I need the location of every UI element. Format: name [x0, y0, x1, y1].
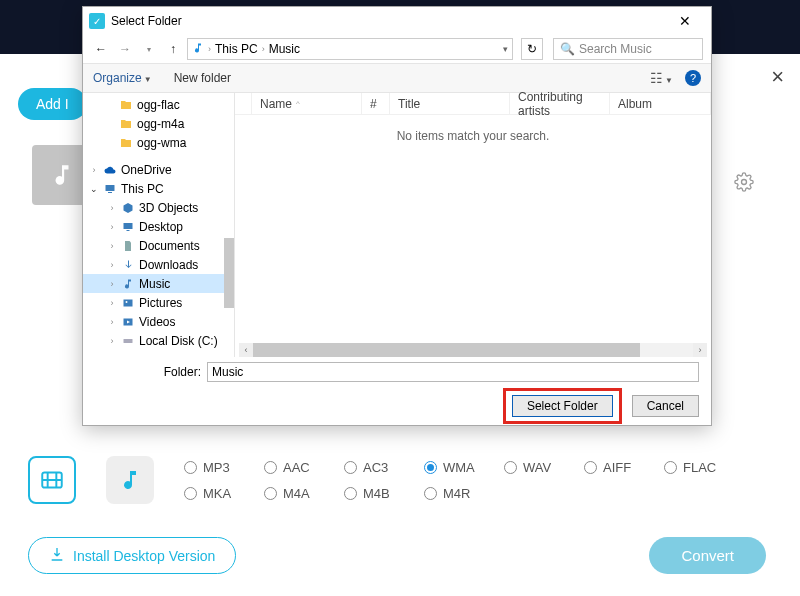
breadcrumb-root[interactable]: This PC	[215, 42, 258, 56]
folder-label: Folder:	[95, 365, 201, 379]
download-icon	[49, 546, 65, 565]
video-icon[interactable]	[28, 456, 76, 504]
format-mka[interactable]: MKA	[184, 486, 264, 501]
view-icon[interactable]: ☷▼	[650, 70, 673, 86]
radio-icon	[184, 487, 197, 500]
app-icon: ✓	[89, 13, 105, 29]
dialog-title: Select Folder	[111, 14, 665, 28]
cancel-button[interactable]: Cancel	[632, 395, 699, 417]
svg-rect-2	[108, 192, 112, 193]
gear-icon[interactable]	[734, 172, 754, 196]
tree-item-this-pc[interactable]: ⌄This PC	[83, 179, 234, 198]
folder-input[interactable]	[207, 362, 699, 382]
docs-icon	[121, 240, 135, 252]
folder-tree: ogg-flacogg-m4aogg-wma›OneDrive⌄This PC›…	[83, 93, 235, 357]
down-icon	[121, 259, 135, 271]
install-desktop-button[interactable]: Install Desktop Version	[28, 537, 236, 574]
file-list: Name^ # Title Contributing artists Album…	[235, 93, 711, 357]
highlight-box: Select Folder	[503, 388, 622, 424]
svg-rect-5	[124, 299, 133, 306]
tree-item-documents[interactable]: ›Documents	[83, 236, 234, 255]
radio-icon	[424, 461, 437, 474]
tree-item-downloads[interactable]: ›Downloads	[83, 255, 234, 274]
svg-rect-8	[124, 339, 133, 343]
add-button[interactable]: Add I	[18, 88, 87, 120]
close-icon[interactable]: ✕	[665, 13, 705, 29]
tree-item-music[interactable]: ›Music	[83, 274, 234, 293]
refresh-icon[interactable]: ↻	[521, 38, 543, 60]
col-name[interactable]: Name^	[252, 93, 362, 114]
col-album[interactable]: Album	[610, 93, 711, 114]
forward-icon[interactable]: →	[115, 39, 135, 59]
breadcrumb-current[interactable]: Music	[269, 42, 300, 56]
format-ac3[interactable]: AC3	[344, 460, 424, 475]
tree-item-desktop[interactable]: ›Desktop	[83, 217, 234, 236]
format-m4a[interactable]: M4A	[264, 486, 344, 501]
format-m4b[interactable]: M4B	[344, 486, 424, 501]
format-flac[interactable]: FLAC	[664, 460, 744, 475]
col-num[interactable]: #	[362, 93, 390, 114]
col-artists[interactable]: Contributing artists	[510, 93, 610, 114]
radio-icon	[504, 461, 517, 474]
radio-icon	[344, 487, 357, 500]
tree-item-ogg-wma[interactable]: ogg-wma	[83, 133, 234, 152]
tree-item-ogg-m4a[interactable]: ogg-m4a	[83, 114, 234, 133]
radio-icon	[584, 461, 597, 474]
back-icon[interactable]: ←	[91, 39, 111, 59]
svg-point-6	[126, 301, 128, 303]
radio-icon	[184, 461, 197, 474]
vids-icon	[121, 316, 135, 328]
convert-button[interactable]: Convert	[649, 537, 766, 574]
desktop-icon	[121, 221, 135, 233]
horizontal-scrollbar[interactable]: ‹›	[239, 343, 707, 357]
tree-item-ogg-flac[interactable]: ogg-flac	[83, 95, 234, 114]
close-icon[interactable]: ×	[771, 64, 784, 90]
new-folder-button[interactable]: New folder	[174, 71, 231, 85]
radio-icon	[664, 461, 677, 474]
radio-icon	[264, 461, 277, 474]
search-input[interactable]: 🔍 Search Music	[553, 38, 703, 60]
music-icon	[121, 278, 135, 290]
format-mp3[interactable]: MP3	[184, 460, 264, 475]
select-folder-button[interactable]: Select Folder	[512, 395, 613, 417]
3d-icon	[121, 202, 135, 214]
format-wav[interactable]: WAV	[504, 460, 584, 475]
radio-icon	[424, 487, 437, 500]
tree-item-pictures[interactable]: ›Pictures	[83, 293, 234, 312]
disk-icon	[121, 335, 135, 347]
empty-message: No items match your search.	[235, 129, 711, 143]
radio-icon	[344, 461, 357, 474]
format-m4r[interactable]: M4R	[424, 486, 504, 501]
tree-item-videos[interactable]: ›Videos	[83, 312, 234, 331]
format-wma[interactable]: WMA	[424, 460, 504, 475]
pics-icon	[121, 297, 135, 309]
tree-item-local-disk-c-[interactable]: ›Local Disk (C:)	[83, 331, 234, 350]
pc-icon	[103, 183, 117, 195]
chevron-down-icon[interactable]: ▾	[139, 39, 159, 59]
folder-icon	[119, 99, 133, 111]
col-title[interactable]: Title	[390, 93, 510, 114]
tree-scrollbar[interactable]	[224, 238, 234, 308]
help-icon[interactable]: ?	[685, 70, 701, 86]
search-icon: 🔍	[560, 42, 575, 56]
music-icon	[192, 42, 204, 57]
up-icon[interactable]: ↑	[163, 39, 183, 59]
folder-icon	[119, 118, 133, 130]
tree-item-3d-objects[interactable]: ›3D Objects	[83, 198, 234, 217]
audio-icon[interactable]	[106, 456, 154, 504]
svg-rect-3	[124, 223, 133, 229]
organize-menu[interactable]: Organize▼	[93, 71, 152, 85]
select-folder-dialog: ✓ Select Folder ✕ ← → ▾ ↑ › This PC › Mu…	[82, 6, 712, 426]
folder-icon	[119, 137, 133, 149]
format-aiff[interactable]: AIFF	[584, 460, 664, 475]
breadcrumb[interactable]: › This PC › Music ▾	[187, 38, 513, 60]
tree-item-onedrive[interactable]: ›OneDrive	[83, 160, 234, 179]
svg-rect-1	[106, 185, 115, 191]
radio-icon	[264, 487, 277, 500]
cloud-icon	[103, 164, 117, 176]
format-aac[interactable]: AAC	[264, 460, 344, 475]
svg-rect-4	[127, 230, 130, 231]
chevron-down-icon[interactable]: ▾	[503, 44, 508, 54]
svg-point-0	[742, 180, 747, 185]
